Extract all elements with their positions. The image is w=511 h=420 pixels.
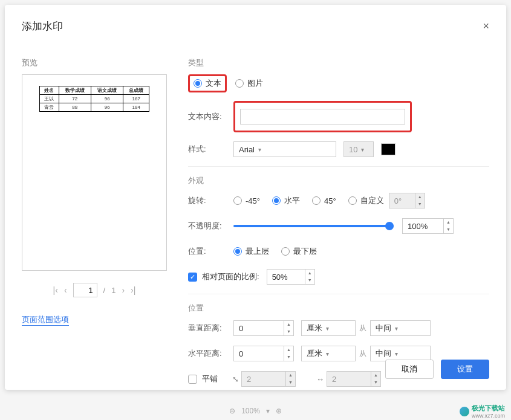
font-value: Arial xyxy=(239,145,255,154)
th: 语文成绩 xyxy=(91,86,123,95)
table-row: 青云 88 96 184 xyxy=(40,103,149,112)
hdist-spinner[interactable]: 0 ▲▼ xyxy=(233,346,294,361)
zoom-in-icon[interactable]: ⊕ xyxy=(276,407,282,415)
dialog-body: 预览 姓名 数学成绩 语文成绩 总成绩 王以 72 96 167 xyxy=(22,57,489,396)
opacity-spinner[interactable]: 100% ▲▼ xyxy=(402,218,454,234)
rotate-row: 旋转: -45° 水平 45° 自定义 0° ▲▼ xyxy=(188,192,489,209)
td: 96 xyxy=(91,103,123,112)
opacity-slider-row: 100% ▲▼ xyxy=(233,218,489,234)
radio-45[interactable]: 45° xyxy=(312,196,336,205)
preview-table: 姓名 数学成绩 语文成绩 总成绩 王以 72 96 167 青云 88 xyxy=(39,86,149,112)
vdist-spinner[interactable]: 0 ▲▼ xyxy=(233,320,294,336)
tile-horizontal-icon: ↔ xyxy=(316,375,324,384)
spinner-arrows[interactable]: ▲▼ xyxy=(443,219,453,233)
spinner-arrows[interactable]: ▲▼ xyxy=(371,372,380,386)
font-size-combo[interactable]: 10 xyxy=(343,141,374,157)
spinner-value: 0° xyxy=(389,196,415,205)
page-input[interactable] xyxy=(73,283,97,297)
spinner-arrows[interactable]: ▲▼ xyxy=(415,193,425,208)
relative-label: 相对页面的比例: xyxy=(202,271,259,282)
slider-track xyxy=(233,225,394,227)
page-range-link[interactable]: 页面范围选项 xyxy=(22,314,69,326)
opacity-slider[interactable] xyxy=(233,220,394,232)
bottom-toolbar: ⊖ 100% ▾ ⊕ xyxy=(229,407,282,415)
relative-row: ✓ 相对页面的比例: 50% ▲▼ xyxy=(188,268,489,285)
spinner-arrows[interactable]: ▲▼ xyxy=(284,346,293,361)
vdist-ref-combo[interactable]: 中间 xyxy=(370,320,431,336)
relative-spinner[interactable]: 50% ▲▼ xyxy=(267,269,315,285)
vdist-unit-combo[interactable]: 厘米 xyxy=(301,320,356,336)
spinner-value: 0 xyxy=(234,349,284,358)
table-header-row: 姓名 数学成绩 语文成绩 总成绩 xyxy=(40,86,149,95)
radio-label: 文本 xyxy=(206,78,221,89)
tile-checkbox[interactable] xyxy=(188,375,197,384)
ref-value: 中间 xyxy=(376,323,391,334)
rotate-label: 旋转: xyxy=(188,195,233,206)
ok-button[interactable]: 设置 xyxy=(441,360,489,379)
radio-horizontal[interactable]: 水平 xyxy=(272,195,300,206)
spinner-arrows[interactable]: ▲▼ xyxy=(285,372,295,386)
text-content-input[interactable] xyxy=(240,109,405,124)
first-page-button[interactable]: |‹ xyxy=(53,285,58,295)
td: 青云 xyxy=(40,103,59,112)
cancel-button[interactable]: 取消 xyxy=(385,360,434,379)
preview-box: 姓名 数学成绩 语文成绩 总成绩 王以 72 96 167 青云 88 xyxy=(22,74,167,271)
radio-top-layer[interactable]: 最上层 xyxy=(233,246,269,257)
type-row: 文本 图片 xyxy=(188,74,489,92)
rotate-spinner[interactable]: 0° ▲▼ xyxy=(389,193,425,208)
hdist-unit-combo[interactable]: 厘米 xyxy=(301,346,356,361)
radio-text[interactable]: 文本 xyxy=(194,78,221,89)
style-label: 样式: xyxy=(188,144,233,155)
brand-name: 极光下载站 xyxy=(472,404,505,413)
vdist-label: 垂直距离: xyxy=(188,323,233,334)
radio-m45[interactable]: -45° xyxy=(233,196,260,205)
zoom-out-icon[interactable]: ⊖ xyxy=(229,407,235,415)
next-page-button[interactable]: › xyxy=(122,285,125,295)
table-row: 王以 72 96 167 xyxy=(40,95,149,103)
unit-value: 厘米 xyxy=(307,323,322,334)
relative-checkbox[interactable]: ✓ xyxy=(188,273,197,282)
radio-custom[interactable]: 自定义 xyxy=(348,195,384,206)
spinner-value: 2 xyxy=(327,375,371,384)
ref-value: 中间 xyxy=(376,348,391,359)
spinner-arrows[interactable]: ▲▼ xyxy=(284,321,293,335)
radio-icon xyxy=(272,196,281,205)
radio-image[interactable]: 图片 xyxy=(235,78,263,89)
type-title: 类型 xyxy=(188,57,489,68)
spinner-value: 50% xyxy=(267,273,305,282)
td: 王以 xyxy=(40,95,59,103)
tile-a-spinner[interactable]: 2 ▲▼ xyxy=(241,371,296,387)
font-color-swatch[interactable] xyxy=(381,143,395,155)
slider-thumb[interactable] xyxy=(385,222,394,230)
spinner-value: 0 xyxy=(234,324,284,333)
position-title: 位置 xyxy=(188,303,489,314)
branding: 极光下载站 www.xz7.com xyxy=(460,404,505,419)
th: 姓名 xyxy=(40,86,59,95)
prev-page-button[interactable]: ‹ xyxy=(64,285,67,295)
content-label: 文本内容: xyxy=(188,111,233,122)
tile-b-spinner[interactable]: 2 ▲▼ xyxy=(327,371,381,387)
td: 184 xyxy=(123,103,149,112)
radio-icon xyxy=(194,79,202,88)
tile-label: 平铺 xyxy=(202,373,218,384)
radio-label: 水平 xyxy=(284,195,300,206)
font-combo[interactable]: Arial xyxy=(233,141,336,157)
tile-vertical-icon: ⤡ xyxy=(232,375,239,384)
radio-bottom-layer[interactable]: 最下层 xyxy=(281,246,317,257)
td: 88 xyxy=(59,103,91,112)
style-row: 样式: Arial 10 xyxy=(188,141,489,158)
highlight-text-input xyxy=(233,101,412,132)
text-content-row: 文本内容: xyxy=(188,101,489,132)
th: 总成绩 xyxy=(123,86,149,95)
close-button[interactable]: × xyxy=(483,20,489,33)
spinner-value: 2 xyxy=(242,375,285,384)
opacity-label: 不透明度: xyxy=(188,221,233,231)
chevron-down-icon[interactable]: ▾ xyxy=(266,407,270,415)
spinner-arrows[interactable]: ▲▼ xyxy=(305,270,314,284)
highlight-text-type: 文本 xyxy=(188,74,227,92)
radio-label: 最上层 xyxy=(246,246,269,257)
unit-value: 厘米 xyxy=(307,348,322,359)
radio-icon xyxy=(233,196,242,205)
last-page-button[interactable]: ›| xyxy=(131,285,135,295)
td: 167 xyxy=(123,95,149,103)
